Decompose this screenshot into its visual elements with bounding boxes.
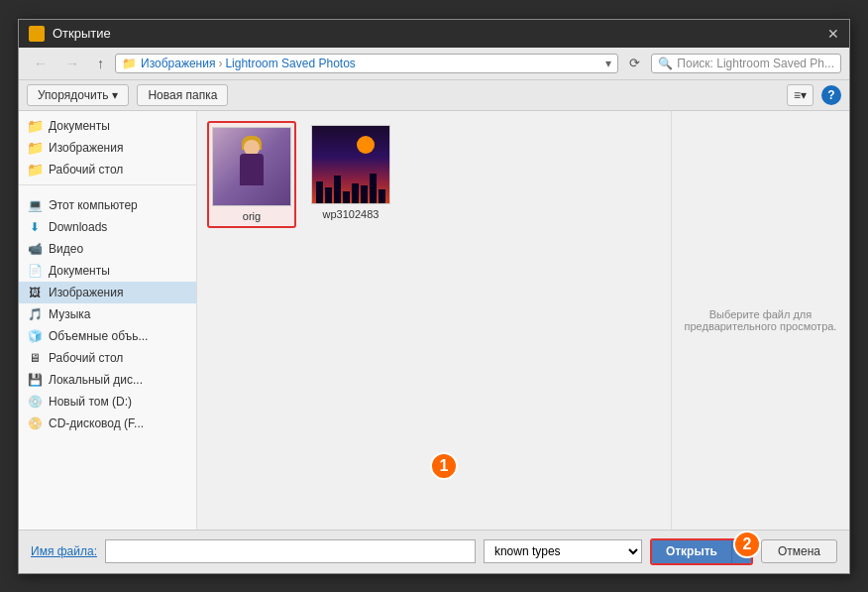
file-item-wp[interactable]: wp3102483 (306, 121, 395, 228)
bottom-bar: Имя файла: known types Открыть ▾ 2 Отмен… (19, 530, 849, 573)
sidebar-item-3d[interactable]: 🧊 Объемные объь... (19, 325, 196, 347)
preview-text: Выберите файл для предварительного просм… (682, 308, 839, 332)
filename-input[interactable] (105, 539, 476, 563)
download-icon: ⬇ (27, 219, 43, 235)
sidebar-label: Новый том (D:) (49, 395, 132, 409)
city-image (312, 126, 389, 203)
sidebar-item-desktop1[interactable]: 📁 Рабочий стол (19, 159, 196, 180)
disk-icon: 💾 (27, 372, 43, 388)
sidebar-item-newvol[interactable]: 💿 Новый том (D:) (19, 391, 196, 413)
sidebar-label: Объемные объь... (49, 329, 148, 343)
building (352, 183, 359, 203)
file-item-orig[interactable]: orig (207, 121, 296, 228)
folder-icon: 📁 (27, 118, 43, 134)
view-button[interactable]: ≡ ▾ (787, 84, 814, 106)
building (361, 185, 368, 203)
video-icon: 📹 (27, 241, 43, 257)
disk2-icon: 💿 (27, 394, 43, 410)
sidebar-label: Локальный дис... (49, 373, 143, 387)
path-separator: › (218, 57, 222, 70)
sidebar-label: Документы (49, 119, 110, 133)
sidebar-item-desktop2[interactable]: 🖥 Рабочий стол (19, 347, 196, 369)
refresh-button[interactable]: ⟳ (622, 52, 647, 74)
open-dialog: Открытие ✕ ← → ↑ 📁 Изображения › Lightro… (18, 19, 850, 574)
open-button[interactable]: Открыть (652, 540, 731, 563)
sidebar-item-localdisk[interactable]: 💾 Локальный дис... (19, 369, 196, 391)
file-thumbnail-orig (212, 127, 291, 206)
building (334, 176, 341, 203)
main-content: 📁 Документы 📁 Изображения 📁 Рабочий стол… (19, 111, 849, 530)
file-name-orig: orig (243, 210, 261, 222)
city-buildings (312, 174, 389, 203)
3d-icon: 🧊 (27, 328, 43, 344)
building (379, 189, 385, 203)
cd-icon: 📀 (27, 415, 43, 431)
building (316, 181, 323, 203)
sidebar-label: Музыка (49, 307, 90, 321)
preview-panel: Выберите файл для предварительного просм… (671, 111, 849, 530)
building (343, 191, 350, 203)
city-moon (357, 136, 375, 154)
close-button[interactable]: ✕ (827, 26, 839, 42)
help-button[interactable]: ? (821, 85, 841, 105)
sidebar-label: Этот компьютер (49, 198, 138, 212)
main-area: orig (197, 111, 849, 530)
cancel-button[interactable]: Отмена (761, 539, 837, 563)
up-button[interactable]: ↑ (90, 52, 111, 75)
sidebar-item-video[interactable]: 📹 Видео (19, 238, 196, 260)
person-image (213, 128, 290, 205)
organize-label: Упорядочить (38, 88, 108, 102)
titlebar: Открытие ✕ (19, 20, 849, 48)
path-bar: 📁 Изображения › Lightroom Saved Photos ▾ (115, 54, 618, 73)
sidebar-item-images2[interactable]: 🖼 Изображения (19, 282, 196, 303)
view-icon: ≡ (794, 88, 801, 102)
filetype-select[interactable]: known types (484, 539, 642, 563)
sidebar-label: Видео (49, 242, 83, 256)
sidebar-label: Документы (49, 264, 110, 278)
open-btn-wrapper: Открыть ▾ 2 (650, 538, 753, 565)
sidebar: 📁 Документы 📁 Изображения 📁 Рабочий стол… (19, 111, 197, 530)
building (325, 187, 332, 203)
navigation-toolbar: ← → ↑ 📁 Изображения › Lightroom Saved Ph… (19, 48, 849, 80)
new-folder-button[interactable]: Новая папка (137, 84, 228, 106)
forward-button[interactable]: → (58, 52, 86, 75)
folder-icon: 📁 (27, 140, 43, 156)
breadcrumb: Изображения › Lightroom Saved Photos (141, 57, 601, 70)
sidebar-label: Downloads (49, 220, 107, 234)
images-icon: 🖼 (27, 285, 43, 300)
path-dropdown-icon[interactable]: ▾ (605, 57, 611, 70)
path-segment-images[interactable]: Изображения (141, 57, 215, 70)
computer-icon: 💻 (27, 197, 43, 213)
badge-1: 1 (430, 452, 458, 480)
sidebar-item-downloads[interactable]: ⬇ Downloads (19, 216, 196, 238)
sidebar-item-cd[interactable]: 📀 CD-дисковод (F... (19, 413, 196, 434)
action-bar: Упорядочить ▾ Новая папка ≡ ▾ ? (19, 80, 849, 111)
file-thumbnail-wp (311, 125, 390, 204)
dialog-title: Открытие (53, 26, 819, 41)
organize-button[interactable]: Упорядочить ▾ (27, 84, 129, 106)
building (370, 174, 377, 203)
sidebar-label: Рабочий стол (49, 351, 123, 365)
file-name-wp: wp3102483 (323, 208, 380, 220)
sidebar-item-documents2[interactable]: 📄 Документы (19, 260, 196, 282)
folder-icon: 📁 (27, 162, 43, 178)
file-grid: orig (197, 111, 671, 530)
sidebar-label: CD-дисковод (F... (49, 416, 144, 430)
path-segment-lightroom[interactable]: Lightroom Saved Photos (225, 57, 355, 70)
sidebar-item-documents1[interactable]: 📁 Документы (19, 115, 196, 137)
sidebar-label: Изображения (49, 286, 123, 299)
sidebar-item-music[interactable]: 🎵 Музыка (19, 303, 196, 325)
docs-icon: 📄 (27, 263, 43, 279)
sidebar-label: Изображения (49, 141, 123, 155)
search-icon: 🔍 (658, 57, 673, 70)
sidebar-label: Рабочий стол (49, 163, 123, 177)
search-placeholder: Поиск: Lightroom Saved Ph... (677, 57, 834, 70)
back-button[interactable]: ← (27, 52, 54, 75)
person-body (240, 154, 264, 185)
badge-2: 2 (733, 531, 761, 558)
organize-dropdown-icon: ▾ (112, 88, 118, 102)
sidebar-item-computer[interactable]: 💻 Этот компьютер (19, 194, 196, 216)
sidebar-item-images1[interactable]: 📁 Изображения (19, 137, 196, 159)
filename-label: Имя файла: (31, 544, 97, 558)
search-bar[interactable]: 🔍 Поиск: Lightroom Saved Ph... (651, 54, 841, 73)
